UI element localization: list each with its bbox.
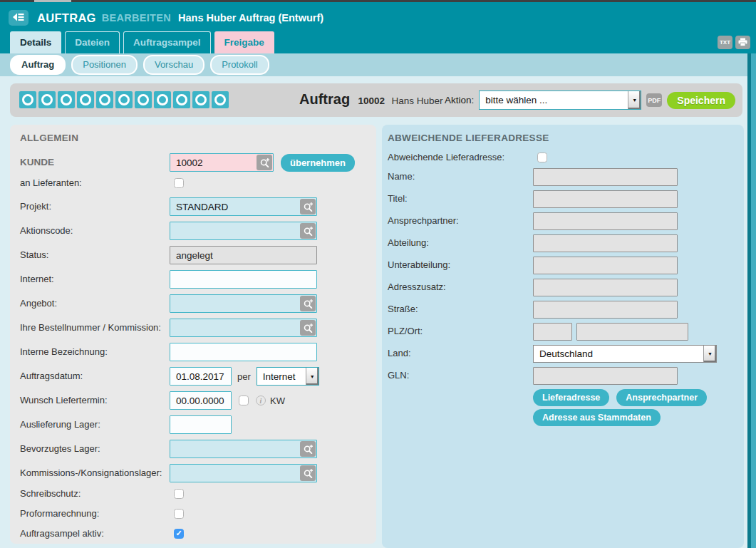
abweichende-lieferadresse-checkbox[interactable]: [537, 152, 547, 162]
auslieferung-lager-input[interactable]: [170, 415, 232, 434]
order-title-text: Auftrag: [299, 91, 350, 107]
toolbar-circle-button[interactable]: [115, 91, 133, 108]
search-plus-icon[interactable]: [257, 155, 272, 170]
interne-bezeichnung-input[interactable]: [170, 343, 317, 361]
bevorzugtes-lager-input[interactable]: [170, 440, 317, 458]
field-control-auftragsdatum: 01.08.2017perInternet▼: [170, 367, 319, 386]
circle-icon: [138, 94, 149, 105]
pdf-button[interactable]: PDF: [646, 93, 662, 107]
toolbar-circle-button[interactable]: [192, 91, 209, 108]
txt-export-button[interactable]: TXT: [718, 36, 732, 49]
save-button[interactable]: Speichern: [667, 92, 735, 109]
search-plus-icon[interactable]: [300, 320, 316, 336]
field-control-proformarechnung: [170, 509, 184, 519]
collapse-menu-button[interactable]: [9, 10, 29, 26]
abteilung-input[interactable]: [533, 234, 678, 252]
field-control-status: angelegt: [170, 246, 317, 264]
sub-tabs: AuftragPositionenVorschauProtokoll: [0, 53, 756, 76]
field-control-auftragsampel-aktiv: ✓: [170, 529, 184, 539]
tab-dateien[interactable]: Dateien: [65, 31, 120, 53]
search-plus-icon[interactable]: [300, 441, 316, 457]
field-control-gln: [533, 367, 678, 385]
print-button[interactable]: [735, 36, 750, 49]
toolbar-circle-button[interactable]: [173, 91, 190, 108]
status-input[interactable]: angelegt: [170, 246, 317, 264]
field-row-internet: Internet:: [20, 270, 366, 289]
field-row-ansprechpartner: Ansprechpartner:: [388, 212, 738, 230]
panel-lieferadresse: ABWEICHENDE LIEFERADRESSE Abweichende Li…: [382, 125, 744, 548]
subtab-vorschau[interactable]: Vorschau: [143, 55, 204, 75]
toolbar-circle-button[interactable]: [38, 91, 56, 108]
field-row-abweichende-lieferadresse: Abweichende Lieferadresse:: [388, 152, 738, 162]
titel-input[interactable]: [533, 190, 678, 208]
toolbar-circle-button[interactable]: [154, 91, 171, 108]
plz-ort-ort-input[interactable]: [576, 323, 688, 341]
tab-freigabe[interactable]: Freigabe: [214, 31, 274, 53]
back-menu-icon: [13, 11, 24, 24]
subtab-positionen[interactable]: Positionen: [71, 55, 138, 75]
field-control-abteilung: [533, 234, 678, 252]
tab-details[interactable]: Details: [10, 31, 61, 53]
gln-input[interactable]: [533, 367, 678, 385]
bestellnummer-input[interactable]: [170, 319, 317, 337]
kunde-apply-button[interactable]: übernehmen: [281, 154, 355, 172]
field-control-aktionscode: [170, 222, 317, 240]
projekt-value: STANDARD: [170, 202, 228, 212]
search-plus-icon[interactable]: [300, 199, 316, 214]
field-label-bestellnummer: Ihre Bestellnummer / Kommission:: [20, 319, 170, 333]
land-select[interactable]: Deutschland▼: [533, 345, 717, 363]
aktion-select[interactable]: bitte wählen ... ▼: [479, 91, 641, 110]
schreibschutz-checkbox[interactable]: [174, 489, 184, 499]
lieferadresse-button[interactable]: Lieferadresse: [533, 389, 609, 406]
toolbar-circle-button[interactable]: [96, 91, 113, 108]
field-row-land: Land:Deutschland▼: [388, 345, 738, 363]
toolbar-circle-button[interactable]: [212, 91, 229, 108]
adresszusatz-input[interactable]: [533, 279, 678, 296]
an-lieferanten-checkbox[interactable]: [174, 178, 184, 188]
circle-icon: [214, 94, 226, 105]
auftragsampel-aktiv-checkbox[interactable]: ✓: [174, 529, 184, 539]
toolbar-circle-button[interactable]: [77, 91, 94, 108]
field-control-kunde: 10002übernehmen: [170, 153, 355, 172]
subtab-protokoll[interactable]: Protokoll: [210, 55, 269, 75]
wunsch-liefertermin-input[interactable]: 00.00.0000: [170, 391, 232, 410]
projekt-input[interactable]: STANDARD: [170, 197, 317, 216]
info-icon[interactable]: i: [256, 396, 266, 405]
toolbar-circle-button[interactable]: [135, 91, 152, 108]
status-value: angelegt: [170, 250, 213, 261]
field-label-auftragsampel-aktiv: Auftragsampel aktiv:: [20, 528, 170, 539]
tab-auftragsampel[interactable]: Auftragsampel: [123, 31, 211, 53]
ansprechpartner-button[interactable]: Ansprechpartner: [616, 389, 707, 406]
subtab-auftrag[interactable]: Auftrag: [10, 55, 66, 75]
angebot-input[interactable]: [170, 294, 317, 313]
circle-icon: [61, 94, 72, 105]
aktionscode-input[interactable]: [170, 222, 317, 240]
field-row-unterabteilung: Unterabteilung:: [388, 257, 738, 274]
adresse-aus-stammdaten-button[interactable]: Adresse aus Stammdaten: [533, 409, 661, 426]
search-plus-icon[interactable]: [300, 296, 316, 311]
kommissionslager-input[interactable]: [170, 464, 317, 482]
wunsch-liefertermin-value: 00.00.0000: [170, 396, 224, 406]
auftragsdatum-per-select[interactable]: Internet▼: [257, 367, 319, 386]
search-plus-icon[interactable]: [300, 465, 316, 481]
search-plus-icon[interactable]: [300, 223, 316, 239]
internet-input[interactable]: [170, 270, 317, 289]
field-control-land: Deutschland▼: [533, 345, 717, 363]
unterabteilung-input[interactable]: [533, 257, 678, 274]
toolbar-circle-button[interactable]: [19, 91, 36, 108]
plz-ort-plz-input[interactable]: [533, 323, 572, 341]
circle-icon: [41, 94, 53, 105]
main-tabs: DetailsDateienAuftragsampelFreigabe: [10, 31, 274, 53]
ansprechpartner-input[interactable]: [533, 212, 678, 230]
auftragsdatum-input[interactable]: 01.08.2017: [170, 367, 232, 386]
field-label-kunde: KUNDE: [20, 153, 170, 167]
strasse-input[interactable]: [533, 301, 678, 319]
auftragsdatum-value: 01.08.2017: [170, 371, 224, 382]
field-row-auftragsampel-aktiv: Auftragsampel aktiv:✓: [20, 528, 366, 539]
toolbar-circle-button[interactable]: [58, 91, 75, 108]
wunsch-liefertermin-checkbox[interactable]: [239, 396, 249, 405]
circle-icon: [99, 94, 110, 105]
kunde-input[interactable]: 10002: [170, 153, 274, 172]
name-input[interactable]: [533, 168, 678, 186]
proformarechnung-checkbox[interactable]: [174, 509, 184, 519]
